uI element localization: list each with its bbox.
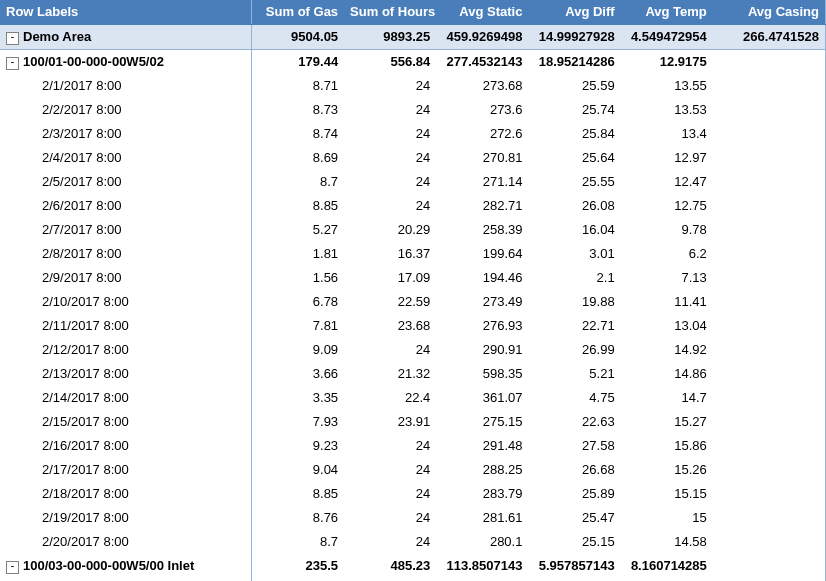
value-cell[interactable]: 270.81 <box>436 146 528 170</box>
value-cell[interactable]: 24 <box>344 434 436 458</box>
value-cell[interactable]: 7.13 <box>621 266 713 290</box>
value-cell[interactable] <box>713 266 826 290</box>
value-cell[interactable]: 24 <box>344 482 436 506</box>
well-row[interactable]: -100/03-00-000-00W5/00 Inlet235.5485.231… <box>0 554 826 578</box>
value-cell[interactable]: 14.58 <box>621 530 713 554</box>
value-cell[interactable]: 24 <box>344 338 436 362</box>
detail-row[interactable]: 2/3/2017 8:008.7424272.625.8413.4 <box>0 122 826 146</box>
detail-row[interactable]: 2/16/2017 8:009.2324291.4827.5815.86 <box>0 434 826 458</box>
value-cell[interactable] <box>713 482 826 506</box>
detail-row[interactable]: 2/15/2017 8:007.9323.91275.1522.6315.27 <box>0 410 826 434</box>
value-cell[interactable]: 556.84 <box>344 50 436 75</box>
value-cell[interactable] <box>713 386 826 410</box>
value-cell[interactable] <box>713 50 826 75</box>
detail-row-label[interactable]: 2/5/2017 8:00 <box>0 170 252 194</box>
detail-row[interactable]: 2/9/2017 8:001.5617.09194.462.17.13 <box>0 266 826 290</box>
value-cell[interactable]: 235.5 <box>252 554 344 578</box>
value-cell[interactable]: 25.84 <box>528 122 620 146</box>
value-cell[interactable]: 23.91 <box>344 410 436 434</box>
value-cell[interactable]: 12.75 <box>621 194 713 218</box>
value-cell[interactable]: 8.85 <box>252 482 344 506</box>
value-cell[interactable] <box>713 554 826 578</box>
value-cell[interactable] <box>713 146 826 170</box>
value-cell[interactable]: 15.26 <box>621 458 713 482</box>
value-cell[interactable]: 7.93 <box>252 410 344 434</box>
detail-row[interactable]: 2/4/2017 8:008.6924270.8125.6412.97 <box>0 146 826 170</box>
value-cell[interactable]: 18.95214286 <box>528 50 620 75</box>
value-cell[interactable]: 199.64 <box>436 242 528 266</box>
value-cell[interactable]: 24 <box>344 458 436 482</box>
value-cell[interactable]: 9.04 <box>252 458 344 482</box>
detail-row-label[interactable]: 2/4/2017 8:00 <box>0 146 252 170</box>
detail-row[interactable]: 2/1/2017 8:008.7124273.6825.5913.55 <box>0 74 826 98</box>
value-cell[interactable]: 14.92 <box>621 338 713 362</box>
header-avg-diff[interactable]: Avg Diff <box>528 0 620 25</box>
detail-row[interactable]: 2/20/2017 8:008.724280.125.1514.58 <box>0 530 826 554</box>
value-cell[interactable]: 13.4 <box>621 122 713 146</box>
value-cell[interactable]: 8.69 <box>252 146 344 170</box>
value-cell[interactable]: 25.15 <box>528 530 620 554</box>
value-cell[interactable]: 258.39 <box>436 218 528 242</box>
value-cell[interactable]: 283.79 <box>436 482 528 506</box>
value-cell[interactable]: 6.2 <box>621 242 713 266</box>
collapse-icon[interactable]: - <box>6 57 19 70</box>
value-cell[interactable]: 8.7 <box>252 530 344 554</box>
value-cell[interactable]: 290.91 <box>436 338 528 362</box>
value-cell[interactable]: 361.07 <box>436 386 528 410</box>
detail-row[interactable]: 2/14/2017 8:003.3522.4361.074.7514.7 <box>0 386 826 410</box>
value-cell[interactable]: 24 <box>344 194 436 218</box>
detail-row[interactable]: 2/13/2017 8:003.6621.32598.355.2114.86 <box>0 362 826 386</box>
value-cell[interactable]: 14.7 <box>621 386 713 410</box>
value-cell[interactable]: 3.01 <box>528 242 620 266</box>
detail-row-label[interactable]: 2/17/2017 8:00 <box>0 458 252 482</box>
well-row[interactable]: -100/01-00-000-00W5/02179.44556.84277.45… <box>0 50 826 75</box>
value-cell[interactable]: 1.81 <box>252 242 344 266</box>
value-cell[interactable] <box>713 506 826 530</box>
value-cell[interactable]: 273.6 <box>436 98 528 122</box>
value-cell[interactable]: 271.14 <box>436 170 528 194</box>
value-cell[interactable]: 24 <box>344 170 436 194</box>
value-cell[interactable]: 15 <box>621 506 713 530</box>
value-cell[interactable] <box>713 338 826 362</box>
value-cell[interactable]: 25.64 <box>528 146 620 170</box>
value-cell[interactable]: 288.25 <box>436 458 528 482</box>
value-cell[interactable]: 24 <box>344 530 436 554</box>
value-cell[interactable]: 13.53 <box>621 98 713 122</box>
detail-row-label[interactable]: 2/16/2017 8:00 <box>0 434 252 458</box>
value-cell[interactable]: 22.4 <box>344 386 436 410</box>
value-cell[interactable]: 23.68 <box>344 314 436 338</box>
value-cell[interactable]: 2.1 <box>528 266 620 290</box>
value-cell[interactable]: 25.47 <box>528 506 620 530</box>
value-cell[interactable] <box>713 242 826 266</box>
header-row-labels[interactable]: Row Labels <box>0 0 252 25</box>
value-cell[interactable]: 3.35 <box>252 386 344 410</box>
value-cell[interactable]: 5.21 <box>528 362 620 386</box>
value-cell[interactable]: 276.93 <box>436 314 528 338</box>
value-cell[interactable]: 8.160714285 <box>621 554 713 578</box>
value-cell[interactable]: 19.88 <box>528 290 620 314</box>
detail-row-label[interactable]: 2/15/2017 8:00 <box>0 410 252 434</box>
detail-row-label[interactable]: 2/7/2017 8:00 <box>0 218 252 242</box>
value-cell[interactable] <box>713 434 826 458</box>
value-cell[interactable]: 9.09 <box>252 338 344 362</box>
value-cell[interactable] <box>713 410 826 434</box>
detail-row-label[interactable]: 2/13/2017 8:00 <box>0 362 252 386</box>
value-cell[interactable] <box>713 218 826 242</box>
value-cell[interactable]: 7.81 <box>252 314 344 338</box>
value-cell[interactable]: 13.55 <box>621 74 713 98</box>
value-cell[interactable]: 13.04 <box>621 314 713 338</box>
detail-row-label[interactable]: 2/12/2017 8:00 <box>0 338 252 362</box>
value-cell[interactable]: 9.23 <box>252 434 344 458</box>
value-cell[interactable]: 21.32 <box>344 362 436 386</box>
value-cell[interactable]: 15.27 <box>621 410 713 434</box>
value-cell[interactable]: 22.71 <box>528 314 620 338</box>
detail-row-label[interactable]: 2/8/2017 8:00 <box>0 242 252 266</box>
value-cell[interactable] <box>713 290 826 314</box>
value-cell[interactable] <box>713 458 826 482</box>
value-cell[interactable]: 266.4741528 <box>713 25 826 50</box>
area-row-label[interactable]: -Demo Area <box>0 25 252 50</box>
value-cell[interactable]: 8.7 <box>252 170 344 194</box>
value-cell[interactable]: 273.68 <box>436 74 528 98</box>
value-cell[interactable]: 282.71 <box>436 194 528 218</box>
value-cell[interactable] <box>713 74 826 98</box>
